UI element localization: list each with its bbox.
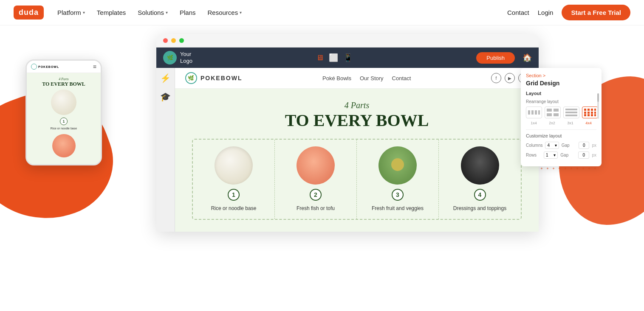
- duda-logo[interactable]: duda: [14, 6, 44, 20]
- col-gap-label: Gap: [562, 143, 576, 148]
- nav-solutions[interactable]: Solutions ▾: [138, 9, 168, 16]
- label-3x1: 3x1: [562, 121, 578, 125]
- mobile-brand: POKEBOWL: [31, 64, 59, 70]
- editor-layout: ⚡ 🎓 🌿 POKEBOWL Poké Bowls Our Story: [156, 68, 539, 232]
- svg-rect-2: [535, 110, 537, 115]
- facebook-icon[interactable]: f: [491, 73, 501, 83]
- home-icon[interactable]: 🏠: [523, 53, 532, 62]
- svg-rect-22: [594, 114, 596, 116]
- svg-rect-10: [565, 115, 577, 116]
- col-gap-input[interactable]: 0: [579, 142, 589, 149]
- svg-rect-0: [528, 110, 530, 115]
- nav-plans[interactable]: Plans: [180, 9, 196, 16]
- mobile-mockup: POKEBOWL ≡ 4 Parts TO EVERY BOWL 1 Rice …: [25, 59, 102, 165]
- svg-rect-4: [547, 109, 552, 112]
- tablet-icon[interactable]: ⬜: [329, 53, 338, 62]
- publish-button[interactable]: Publish: [476, 52, 515, 64]
- food-sauce-img: [461, 146, 499, 185]
- svg-rect-3: [538, 110, 540, 115]
- platform-chevron: ▾: [83, 10, 85, 15]
- layers-icon[interactable]: ⚡: [160, 73, 171, 83]
- nav-left: duda Platform ▾ Templates Solutions ▾ Pl…: [14, 6, 242, 20]
- browser-top-bar: [156, 34, 539, 48]
- bowl-title: TO EVERY BOWL: [189, 110, 525, 130]
- item-number-1: 1: [228, 189, 240, 201]
- browser-dot-green: [179, 38, 184, 43]
- browser-chrome: 🌿 Your Logo 🖥 ⬜ 📱 Publish 🏠: [156, 34, 539, 232]
- svg-rect-21: [591, 114, 593, 116]
- svg-rect-12: [588, 109, 590, 111]
- mobile-top-bar: POKEBOWL ≡: [27, 61, 101, 73]
- item-label-2: Fresh fish or tofu: [297, 205, 335, 212]
- start-trial-button[interactable]: Start a Free Trial: [562, 5, 630, 20]
- panel-scrollbar[interactable]: [597, 93, 599, 119]
- row-gap-unit: px: [592, 153, 596, 157]
- label-4x4: 4x4: [581, 121, 596, 125]
- editor-logo: 🌿 Your Logo: [163, 51, 192, 64]
- svg-rect-13: [591, 109, 593, 111]
- site-logo-img: 🌿: [185, 72, 197, 84]
- mobile-icon[interactable]: 📱: [343, 53, 353, 62]
- mobile-frame: POKEBOWL ≡ 4 Parts TO EVERY BOWL 1 Rice …: [25, 59, 102, 165]
- columns-label: Columns: [526, 143, 542, 148]
- svg-rect-18: [594, 112, 596, 114]
- row-gap-input[interactable]: 0: [578, 151, 589, 159]
- bowl-grid: 1 Rice or noodle base 2 Fresh fish or to…: [192, 139, 522, 220]
- svg-rect-11: [584, 109, 586, 111]
- layout-label: Layout: [526, 91, 596, 96]
- customize-label: Customize layout: [526, 133, 596, 138]
- row-gap-label: Gap: [560, 153, 576, 157]
- resources-chevron: ▾: [240, 10, 242, 15]
- rows-select[interactable]: 1 ▾: [544, 151, 558, 159]
- editor-toolbar: 🌿 Your Logo 🖥 ⬜ 📱 Publish 🏠: [156, 48, 539, 68]
- editor-logo-circle: 🌿: [163, 51, 177, 64]
- nav-resources[interactable]: Resources ▾: [207, 9, 242, 16]
- svg-rect-5: [554, 109, 559, 112]
- site-logo: 🌿 POKEBOWL: [185, 72, 242, 84]
- panel-breadcrumb: Section >: [526, 73, 596, 78]
- mobile-food-rice: [51, 90, 76, 115]
- login-link[interactable]: Login: [538, 9, 554, 16]
- grid-design-panel: Section > Grid Design Layout Rearrange l…: [521, 68, 602, 166]
- layout-4x4[interactable]: [582, 106, 598, 118]
- desktop-icon[interactable]: 🖥: [316, 53, 324, 62]
- svg-rect-16: [588, 112, 590, 114]
- rows-label: Rows: [526, 153, 541, 157]
- svg-rect-9: [565, 112, 577, 113]
- browser-mockup: 🌿 Your Logo 🖥 ⬜ 📱 Publish 🏠: [156, 34, 539, 232]
- graduation-icon[interactable]: 🎓: [160, 92, 171, 102]
- col-gap-unit: px: [592, 143, 596, 148]
- editor-logo-text: Your Logo: [180, 51, 192, 64]
- food-avocado-img: [378, 146, 417, 185]
- columns-chevron: ▾: [555, 143, 557, 148]
- mobile-menu-icon[interactable]: ≡: [93, 63, 96, 70]
- nav-templates[interactable]: Templates: [97, 9, 126, 16]
- columns-row: Columns 4 ▾ Gap 0 px: [526, 142, 596, 149]
- layout-1x4[interactable]: [526, 106, 542, 118]
- mobile-title: TO EVERY BOWL: [31, 81, 96, 87]
- item-number-3: 3: [392, 189, 404, 201]
- label-1x4: 1x4: [526, 121, 542, 125]
- item-label-3: Fresh fruit and veggies: [372, 205, 424, 212]
- mobile-food-fish: [52, 134, 76, 157]
- svg-rect-6: [547, 113, 552, 116]
- hero-section: POKEBOWL ≡ 4 Parts TO EVERY BOWL 1 Rice …: [0, 25, 644, 311]
- nav-right: Contact Login Start a Free Trial: [507, 5, 630, 20]
- layout-2x2[interactable]: [545, 106, 561, 118]
- bowl-subtitle: 4 Parts: [189, 101, 525, 110]
- browser-dot-yellow: [171, 38, 176, 43]
- columns-select[interactable]: 4 ▾: [545, 142, 559, 149]
- rearrange-label: Rearrange layout: [526, 99, 596, 104]
- site-nav: 🌿 POKEBOWL Poké Bowls Our Story Contact …: [175, 68, 539, 89]
- panel-scrollbar-thumb[interactable]: [597, 93, 599, 102]
- site-nav-links: Poké Bowls Our Story Contact: [322, 75, 411, 81]
- bowl-section: 4 Parts TO EVERY BOWL 1 Rice or noodle b…: [175, 89, 539, 232]
- browser-dot-red: [163, 38, 168, 43]
- grid-item-2: 2 Fresh fish or tofu: [275, 140, 357, 219]
- layout-3x1[interactable]: [563, 106, 579, 118]
- nav-platform[interactable]: Platform ▾: [57, 9, 85, 16]
- svg-rect-1: [531, 110, 534, 115]
- svg-rect-15: [584, 112, 586, 114]
- contact-link[interactable]: Contact: [507, 9, 529, 16]
- youtube-icon[interactable]: ▶: [505, 73, 515, 83]
